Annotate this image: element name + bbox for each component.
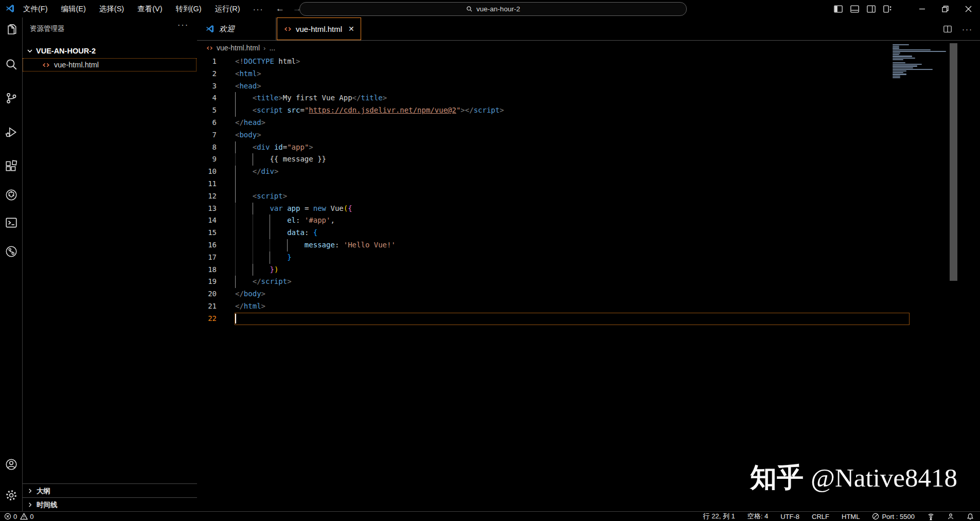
code-line[interactable]: 10 </div> <box>197 166 980 178</box>
cursor-position[interactable]: 行 22, 列 1 <box>703 512 735 521</box>
line-number: 1 <box>197 56 235 68</box>
more-actions-icon[interactable]: ··· <box>962 25 973 33</box>
restore-button[interactable] <box>934 0 957 17</box>
line-number: 9 <box>197 153 235 166</box>
code-line[interactable]: 3<head> <box>197 80 980 93</box>
code-line[interactable]: 1<!DOCTYPE html> <box>197 56 980 68</box>
editor-actions: ··· <box>943 17 973 40</box>
code-line[interactable]: 15 data: { <box>197 227 980 239</box>
line-number: 15 <box>197 227 235 239</box>
person-icon[interactable] <box>947 513 954 520</box>
breadcrumb-file[interactable]: vue-html.html <box>217 44 260 52</box>
terminal-icon[interactable] <box>5 216 18 229</box>
sidebar-more-actions[interactable]: ··· <box>177 21 189 30</box>
explorer-icon[interactable] <box>5 24 18 37</box>
code-lines[interactable]: 1<!DOCTYPE html>2<html>3<head>4 <title>M… <box>197 56 980 325</box>
timeline-label: 时间线 <box>37 500 58 510</box>
line-number: 17 <box>197 251 235 264</box>
indentation[interactable]: 空格: 4 <box>747 512 768 521</box>
menu-item[interactable]: 选择(S) <box>94 2 130 16</box>
code-line[interactable]: 19 </script> <box>197 276 980 288</box>
menu-item[interactable]: 编辑(E) <box>56 2 92 16</box>
line-number: 6 <box>197 117 235 129</box>
code-text: <div id="app"> <box>235 141 980 154</box>
code-line[interactable]: 18 }) <box>197 264 980 276</box>
line-number: 16 <box>197 239 235 251</box>
back-arrow-icon[interactable]: ← <box>276 4 284 14</box>
problems-summary[interactable]: 0 0 <box>4 513 33 520</box>
code-line[interactable]: 21</html> <box>197 300 980 313</box>
code-line[interactable]: 20</body> <box>197 288 980 300</box>
bell-icon[interactable] <box>967 513 974 520</box>
error-count: 0 <box>13 513 17 520</box>
account-icon[interactable] <box>5 458 18 471</box>
eol-sequence[interactable]: CRLF <box>812 513 829 520</box>
encoding[interactable]: UTF-8 <box>780 513 799 520</box>
search-input[interactable]: vue-an-hour-2 <box>299 2 687 16</box>
code-line[interactable]: 6</head> <box>197 117 980 129</box>
chevron-right-icon: › <box>263 44 265 52</box>
code-text: </head> <box>235 117 980 129</box>
search-icon <box>466 6 473 12</box>
html-file-icon <box>42 61 50 69</box>
run-debug-icon[interactable] <box>5 125 18 139</box>
code-line[interactable]: 11 <box>197 178 980 190</box>
code-line[interactable]: 8 <div id="app"> <box>197 141 980 154</box>
code-text: <script src="https://cdn.jsdelivr.net/np… <box>235 104 980 117</box>
vertical-scrollbar[interactable] <box>950 43 957 281</box>
git-graph-icon[interactable] <box>5 245 18 258</box>
tab-bar: 欢迎 vue-html.html ✕ ··· <box>197 17 980 41</box>
close-tab-icon[interactable]: ✕ <box>348 25 354 33</box>
file-item[interactable]: vue-html.html <box>23 58 197 71</box>
extensions-icon[interactable] <box>5 159 18 173</box>
tab-vue-html[interactable]: vue-html.html ✕ <box>277 17 361 40</box>
code-text: var app = new Vue({ <box>235 203 980 215</box>
code-text: message: 'Hello Vue!' <box>235 239 980 251</box>
menu-item[interactable]: 查看(V) <box>132 2 168 16</box>
language-mode[interactable]: HTML <box>842 513 860 520</box>
toggle-panel-icon[interactable] <box>850 5 859 13</box>
file-item-label: vue-html.html <box>54 61 99 69</box>
breadcrumb-more[interactable]: ... <box>269 44 275 52</box>
code-line[interactable]: 16 message: 'Hello Vue!' <box>197 239 980 251</box>
code-text: } <box>235 251 980 264</box>
source-control-icon[interactable] <box>5 92 18 105</box>
project-folder-header[interactable]: VUE-AN-HOUR-2 <box>23 44 197 57</box>
split-editor-icon[interactable] <box>943 25 952 33</box>
code-line[interactable]: 9 {{ message }} <box>197 153 980 166</box>
settings-icon[interactable] <box>5 489 18 502</box>
toggle-secondary-sidebar-icon[interactable] <box>867 5 876 13</box>
close-button[interactable] <box>957 0 980 17</box>
menu-item[interactable]: 文件(F) <box>17 2 54 16</box>
minimap[interactable] <box>893 44 949 80</box>
code-line[interactable]: 17 } <box>197 251 980 264</box>
sidebar-section-outline[interactable]: 大纲 <box>23 483 197 498</box>
menu-item[interactable]: 转到(G) <box>170 2 207 16</box>
menu-item[interactable]: 运行(R) <box>209 2 245 16</box>
code-line[interactable]: 12 <script> <box>197 190 980 203</box>
broadcast-icon[interactable] <box>927 513 935 520</box>
tab-welcome[interactable]: 欢迎 <box>197 17 276 40</box>
sidebar-explorer: 资源管理器 ··· VUE-AN-HOUR-2 vue-html.html 大纲… <box>23 17 198 512</box>
code-line[interactable]: 13 var app = new Vue({ <box>197 203 980 215</box>
search-icon[interactable] <box>5 58 18 71</box>
menu-more[interactable]: ··· <box>248 3 269 15</box>
code-line[interactable]: 2<html> <box>197 68 980 80</box>
html-file-icon <box>206 45 213 51</box>
live-server-port[interactable]: Port : 5500 <box>872 513 915 520</box>
title-bar: 文件(F)编辑(E)选择(S)查看(V)转到(G)运行(R)··· ← → vu… <box>0 0 980 18</box>
toggle-sidebar-icon[interactable] <box>834 5 843 13</box>
chevron-right-icon <box>27 488 33 494</box>
customize-layout-icon[interactable] <box>883 5 892 13</box>
code-line[interactable]: 14 el: '#app', <box>197 214 980 227</box>
code-line[interactable]: 4 <title>My first Vue App</title> <box>197 92 980 104</box>
vscode-logo-icon[interactable] <box>5 4 15 13</box>
code-line[interactable]: 7<body> <box>197 129 980 141</box>
code-line[interactable]: 22 <box>197 313 980 325</box>
minimize-button[interactable] <box>911 0 934 17</box>
code-text: </html> <box>235 300 980 313</box>
code-text: {{ message }} <box>235 153 980 166</box>
sidebar-section-timeline[interactable]: 时间线 <box>23 497 197 512</box>
code-line[interactable]: 5 <script src="https://cdn.jsdelivr.net/… <box>197 104 980 117</box>
chatgpt-icon[interactable] <box>5 188 18 202</box>
